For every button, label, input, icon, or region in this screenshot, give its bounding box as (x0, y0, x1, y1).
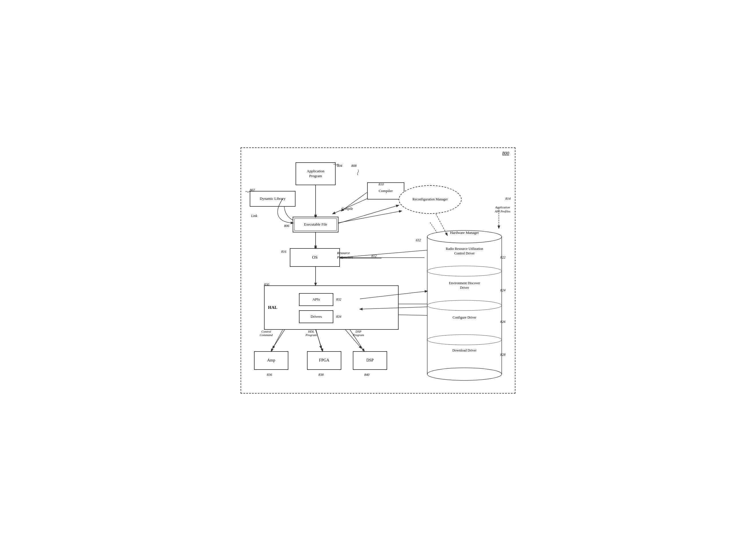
compiler-label: Compiler (378, 189, 392, 194)
svg-point-21 (427, 334, 502, 345)
hardware-manager-cylinder: Hardware Manager 632 Radio Resource Util… (424, 228, 504, 383)
apis-box: APIs (299, 293, 333, 306)
layer3-label: Configure Driver (427, 315, 502, 320)
executable-file-ref: 806 (284, 224, 289, 228)
drivers-ref: 834 (336, 314, 341, 319)
control-command-label: ControlCommand (260, 330, 273, 336)
app-program-ref: 804 (337, 164, 342, 168)
hardware-manager-ref: 632 (416, 238, 421, 243)
hdl-program-label: HDLProgram (306, 330, 317, 336)
resource-params-label: ResourceParameters (337, 251, 353, 260)
drivers-box: Drivers (299, 310, 333, 323)
layer1-ref: 822 (500, 255, 505, 260)
svg-line-31 (271, 330, 283, 351)
dynamic-library-box: Dynamic Library (250, 191, 296, 207)
diagram-label: 800 (502, 151, 509, 156)
fpga-label: FPGA (319, 358, 329, 363)
link-label: Link (251, 214, 257, 218)
dsp-ref: 840 (364, 373, 370, 377)
svg-point-15 (427, 368, 502, 380)
dsp-box: DSP (353, 351, 387, 370)
drivers-label: Drivers (311, 314, 322, 319)
executable-file-label: Executable File (304, 222, 327, 227)
layer3-ref: 826 (500, 320, 505, 324)
os-box: OS (290, 248, 340, 267)
apis-label: APIs (313, 297, 320, 302)
layer2-ref: 824 (500, 288, 505, 292)
app-program-ref2: 808 (352, 164, 357, 168)
svg-point-19 (427, 266, 502, 276)
reconfig-manager-label: Reconfiguration Manager (412, 197, 448, 202)
amp-ref: 836 (267, 373, 272, 377)
dsp-label: DSP (366, 358, 374, 363)
os-ref: 816 (281, 250, 286, 254)
svg-point-20 (427, 300, 502, 310)
apis-ref: 832 (336, 297, 341, 302)
layer4-ref: 828 (500, 353, 505, 357)
dsp-program-label: DSPProgram (353, 330, 364, 336)
executable-file-outer: Executable File (293, 217, 339, 233)
os-label: OS (312, 255, 318, 261)
hal-label: HAL (268, 305, 278, 310)
diagram-container: 800 (241, 148, 515, 393)
dynamic-library-label: Dynamic Library (260, 196, 286, 201)
layer2-label: Environment DiscoverDriver (427, 281, 502, 290)
dynamic-library-ref: 802 (250, 188, 255, 192)
amp-label: Amp (267, 358, 275, 363)
app-program-box: ApplicationProgram (296, 162, 336, 185)
compile-label: Compile (341, 207, 353, 211)
hal-ref: 830 (264, 282, 269, 287)
svg-line-9 (273, 328, 286, 348)
hal-box: HAL APIs 832 Drivers 834 (264, 285, 398, 330)
layer4-label: Download Driver (427, 348, 502, 353)
svg-line-3 (333, 211, 401, 224)
api-profiles-ref: 814 (505, 197, 510, 201)
fpga-box: FPGA (307, 351, 341, 370)
layer1-label: Radio Resource UtilizationControl Driver (427, 247, 502, 256)
app-program-label: ApplicationProgram (307, 169, 324, 179)
amp-box: Amp (254, 351, 288, 370)
resource-params-ref: 812 (372, 254, 377, 258)
reconfig-manager-ellipse: Reconfiguration Manager (398, 185, 461, 214)
hardware-manager-label: Hardware Manager (424, 231, 504, 235)
api-profiles-label: ApplicationAPI Profiles (492, 205, 512, 214)
fpga-ref: 838 (319, 373, 324, 377)
reconfig-manager-ref: 810 (378, 182, 384, 187)
